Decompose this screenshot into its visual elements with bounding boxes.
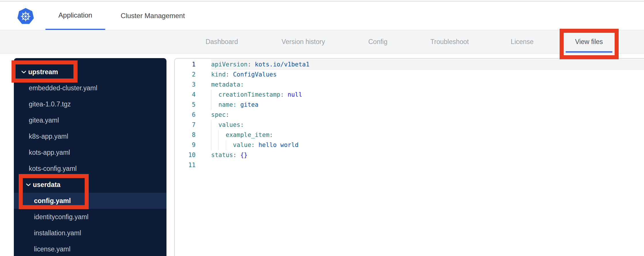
nav-item-troubleshoot[interactable]: Troubleshoot [430,30,469,53]
token-plain [255,142,259,148]
tree-item-label: embedded-cluster.yaml [29,84,97,92]
token-plain [211,101,218,108]
token-key: creationTimestamp: [218,91,284,98]
indent-guide [211,120,211,130]
tree-file-identityconfig-yaml[interactable]: identityconfig.yaml [14,209,166,225]
nav-item-version-history[interactable]: Version history [282,30,325,53]
line-text: creationTimestamp: null [211,90,302,100]
token-plain [211,142,233,148]
code-line-3[interactable]: 3metadata: [175,80,644,90]
line-text: values: [211,120,244,130]
code-line-2[interactable]: 2kind: ConfigValues [175,70,644,80]
token-key: kind: [211,71,229,78]
token-plain [211,91,218,98]
annotation-box-view-files [560,29,619,59]
tree-file-installation-yaml[interactable]: installation.yaml [14,225,166,241]
line-number: 9 [175,140,196,150]
code-line-1[interactable]: 1apiVersion: kots.io/v1beta1 [175,60,644,70]
tree-file-license-yaml[interactable]: license.yaml [14,241,166,256]
nav-item-license[interactable]: License [511,30,533,53]
header-tab-cluster-management[interactable]: Cluster Management [115,1,191,30]
token-plain [251,61,255,68]
token-key: example_item: [226,131,273,138]
line-number: 2 [175,70,196,80]
tree-item-label: kots-config.yaml [29,165,77,173]
tree-item-label: gitea.yaml [29,116,59,124]
code-line-7[interactable]: 7 values: [175,120,644,130]
code-line-11[interactable]: 11 [175,160,644,170]
line-number: 7 [175,120,196,130]
tree-item-label: kots-app.yaml [29,149,70,156]
line-text: kind: ConfigValues [211,70,277,80]
token-str: kots.io/v1beta1 [255,61,310,68]
line-text: apiVersion: kots.io/v1beta1 [211,60,309,70]
token-plain [237,152,240,158]
code-line-5[interactable]: 5 name: gitea [175,100,644,110]
token-plain [237,101,240,108]
code-line-6[interactable]: 6spec: [175,110,644,120]
code-line-10[interactable]: 10status: {} [175,150,644,160]
line-text: example_item: [211,130,273,140]
token-key: apiVersion: [211,61,251,68]
token-kw: null [288,91,302,98]
tree-file-gitea-1-0-7-tgz[interactable]: gitea-1.0.7.tgz [14,96,166,112]
line-text: value: hello world [211,140,298,150]
line-number: 8 [175,130,196,140]
tree-item-label: license.yaml [34,245,71,253]
token-str: gitea [240,101,258,108]
line-text: name: gitea [211,100,258,110]
line-number: 10 [175,150,196,160]
indent-guide [211,90,211,100]
token-key: spec: [211,111,229,118]
indent-guide [211,100,211,110]
token-plain [211,121,218,128]
code-line-9[interactable]: 9 value: hello world [175,140,644,150]
yaml-file-viewer[interactable]: 1apiVersion: kots.io/v1beta12kind: Confi… [174,58,644,256]
app-subnav: DashboardVersion historyConfigTroublesho… [0,30,644,54]
token-plain [229,71,233,78]
token-str: hello world [258,142,298,148]
code-line-8[interactable]: 8 example_item: [175,130,644,140]
annotation-box-upstream [12,60,77,83]
indent-guide [218,140,219,150]
token-str: ConfigValues [233,71,277,78]
line-number: 6 [175,110,196,120]
tree-item-label: k8s-app.yaml [29,133,68,140]
tree-file-k8s-app-yaml[interactable]: k8s-app.yaml [14,128,166,144]
token-key: status: [211,152,237,158]
header-tab-application[interactable]: Application [46,1,105,30]
code-line-4[interactable]: 4 creationTimestamp: null [175,90,644,100]
tree-item-label: installation.yaml [34,229,81,237]
tree-item-label: gitea-1.0.7.tgz [29,100,71,108]
nav-item-config[interactable]: Config [368,30,387,53]
line-number: 4 [175,90,196,100]
kubernetes-logo-icon [17,8,34,25]
tree-file-kots-app-yaml[interactable]: kots-app.yaml [14,144,166,161]
token-key: name: [218,101,236,108]
line-number: 11 [175,160,196,170]
code-lines: 1apiVersion: kots.io/v1beta12kind: Confi… [175,60,644,170]
indent-guide [211,130,211,140]
line-number: 3 [175,80,196,90]
token-plain [284,91,288,98]
token-key: metadata: [211,81,244,88]
indent-guide [226,140,226,150]
token-kw: {} [240,152,247,158]
token-key: value: [233,142,255,148]
file-tree-sidebar: upstreamembedded-cluster.yamlgitea-1.0.7… [14,58,166,256]
tree-file-gitea-yaml[interactable]: gitea.yaml [14,112,166,128]
line-text: spec: [211,110,229,120]
kots-admin-console: ApplicationCluster Management DashboardV… [0,0,644,256]
indent-guide [218,130,219,140]
token-key: values: [218,121,244,128]
indent-guide [211,140,211,150]
line-number: 5 [175,100,196,110]
line-number: 1 [175,60,196,70]
tree-item-label: identityconfig.yaml [34,213,88,221]
line-text: status: {} [211,150,247,160]
line-text: metadata: [211,80,244,90]
nav-item-dashboard[interactable]: Dashboard [206,30,238,53]
app-header: ApplicationCluster Management [0,1,644,30]
annotation-box-userdata-config [19,174,89,209]
